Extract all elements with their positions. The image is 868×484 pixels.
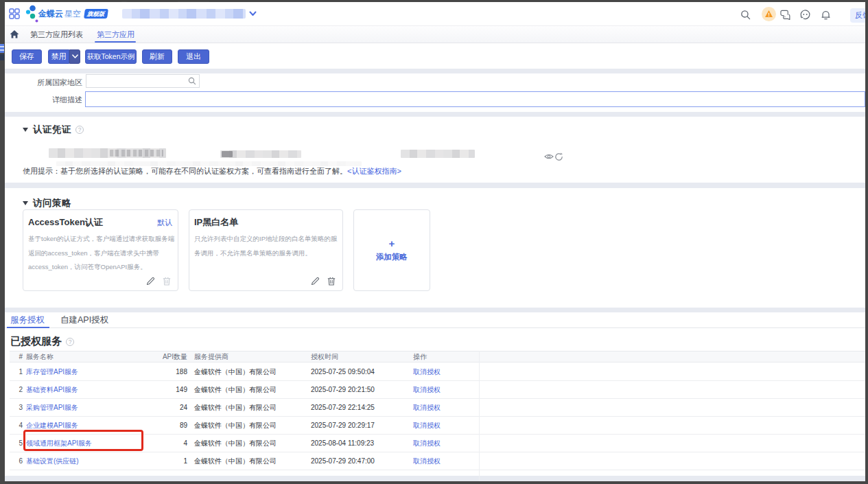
cancel-auth-link[interactable]: 取消授权	[413, 399, 441, 416]
exit-button[interactable]: 退出	[178, 49, 209, 64]
regenerate-icon[interactable]	[554, 152, 563, 161]
column-divider	[479, 351, 480, 481]
access-policy-panel: 访问策略 AccessToken认证 默认 基于token的认证方式，客户端通过…	[5, 188, 865, 308]
delete-trash-icon[interactable]	[327, 277, 336, 286]
service-auth-panel: 服务授权 自建API授权 已授权服务 ? # 服务名称 API数量 服务提供商 …	[5, 312, 865, 476]
action-toolbar: 保存 禁用 获取Token示例 刷新 退出	[5, 43, 865, 69]
page-body: 所属国家地区 详细描述 认证凭证 ?	[5, 69, 865, 481]
nav-tab-third-party-app[interactable]: 第三方应用	[97, 26, 134, 43]
service-name-link[interactable]: 采购管理API服务	[26, 399, 78, 416]
cancel-auth-link[interactable]: 取消授权	[413, 363, 441, 380]
bell-icon[interactable]	[821, 10, 831, 20]
authorized-services-table: # 服务名称 API数量 服务提供商 授权时间 操作 1 库存管理API服务 1…	[10, 351, 865, 474]
red-annotation-box	[23, 430, 143, 451]
help-icon[interactable]: ?	[75, 126, 84, 134]
service-tabs: 服务授权 自建API授权	[5, 312, 865, 328]
provider: 金蝶软件（中国）有限公司	[194, 381, 277, 398]
provider: 金蝶软件（中国）有限公司	[194, 417, 277, 434]
table-row: 3 采购管理API服务 24 金蝶软件（中国）有限公司 2025-07-29 2…	[10, 399, 865, 417]
auth-time: 2025-07-29 20:29:17	[311, 417, 375, 434]
form-panel: 所属国家地区 详细描述	[5, 73, 865, 112]
default-badge: 默认	[157, 218, 172, 228]
lookup-icon[interactable]	[188, 77, 196, 85]
add-policy-label: 添加策略	[376, 252, 408, 262]
country-region-input[interactable]	[86, 74, 200, 88]
auth-time: 2025-07-29 20:21:50	[311, 381, 375, 398]
redacted-credential-block	[56, 161, 362, 166]
redacted-credential-block	[220, 150, 301, 158]
description-field[interactable]	[89, 92, 712, 106]
edit-pencil-icon[interactable]	[146, 277, 155, 286]
api-count: 24	[133, 399, 187, 416]
home-icon[interactable]	[10, 30, 19, 39]
api-count: 188	[133, 363, 187, 380]
policy-section-title: 访问策略	[33, 197, 71, 209]
col-operation: 操作	[413, 352, 427, 362]
help-icon[interactable]: ?	[66, 338, 74, 346]
description-input[interactable]	[85, 91, 865, 107]
policy-card-title: AccessToken认证	[28, 216, 103, 229]
edit-pencil-icon[interactable]	[311, 277, 320, 286]
col-service-name: 服务名称	[26, 352, 54, 362]
country-region-label: 所属国家地区	[7, 78, 82, 88]
provider: 金蝶软件（中国）有限公司	[194, 363, 277, 380]
breadcrumb-nav: 第三方应用列表 第三方应用	[5, 26, 865, 43]
policy-card-description: 只允许列表中自定义的IP地址段的白名单策略的服务调用，不允许黑名单策略的服务调用…	[194, 232, 340, 260]
feedback-button[interactable]: 反馈	[850, 8, 865, 23]
search-icon[interactable]	[740, 10, 751, 20]
auth-time: 2025-07-29 22:14:25	[311, 399, 375, 416]
cancel-auth-link[interactable]: 取消授权	[413, 381, 441, 398]
save-button[interactable]: 保存	[12, 49, 42, 64]
screen-frame: 金蝶云 星空 旗舰版	[0, 0, 868, 484]
chat-icon[interactable]	[780, 10, 790, 20]
usage-tip: 使用提示：基于您所选择的认证策略，可能存在不同的认证鉴权方案，可查看指南进行全面…	[23, 166, 401, 176]
redacted-credential-block	[401, 150, 475, 158]
collapse-triangle-icon[interactable]	[23, 128, 28, 132]
row-index: 6	[16, 452, 23, 470]
authorized-services-title: 已授权服务	[10, 335, 62, 348]
country-region-field[interactable]	[89, 75, 179, 87]
auth-guide-link[interactable]: <认证鉴权指南>	[347, 167, 401, 175]
warning-badge[interactable]	[762, 7, 776, 21]
provider: 金蝶软件（中国）有限公司	[194, 452, 277, 470]
col-api-count: API数量	[133, 352, 187, 362]
cancel-auth-link[interactable]: 取消授权	[413, 435, 441, 452]
cancel-auth-link[interactable]: 取消授权	[413, 452, 441, 470]
disable-button[interactable]: 禁用	[48, 49, 69, 64]
refresh-button[interactable]: 刷新	[142, 49, 172, 64]
description-label: 详细描述	[7, 95, 82, 105]
redacted-credential-block	[49, 148, 166, 158]
app-grid-icon[interactable]	[9, 8, 20, 19]
disable-dropdown-button[interactable]	[69, 49, 80, 64]
service-name-link[interactable]: 库存管理API服务	[26, 363, 78, 380]
col-index: #	[16, 352, 23, 362]
table-row: 2 基础资料API服务 149 金蝶软件（中国）有限公司 2025-07-29 …	[10, 381, 865, 399]
plus-icon: +	[389, 238, 395, 249]
api-count: 1	[133, 452, 187, 470]
col-auth-time: 授权时间	[311, 352, 338, 362]
app-page: 金蝶云 星空 旗舰版	[5, 2, 865, 481]
auth-time: 2025-07-29 20:47:00	[311, 452, 375, 470]
smiley-icon[interactable]	[800, 10, 810, 20]
org-name-redacted[interactable]	[122, 9, 246, 19]
row-index: 2	[16, 381, 23, 398]
active-tab-underline	[95, 41, 136, 43]
logo-text: 金蝶云	[38, 8, 63, 20]
cancel-auth-link[interactable]: 取消授权	[413, 417, 441, 434]
tab-custom-api-auth[interactable]: 自建API授权	[60, 312, 108, 327]
chevron-down-icon[interactable]	[249, 11, 257, 16]
tab-service-auth[interactable]: 服务授权	[10, 312, 45, 327]
service-name-link[interactable]: 基础设置(供应链)	[26, 452, 79, 470]
get-token-example-button[interactable]: 获取Token示例	[85, 49, 137, 64]
show-secret-eye-icon[interactable]	[544, 152, 554, 161]
table-row: 6 基础设置(供应链) 1 金蝶软件（中国）有限公司 2025-07-29 20…	[10, 452, 865, 470]
collapse-triangle-icon[interactable]	[23, 201, 28, 205]
auth-time: 2025-08-04 11:09:23	[311, 435, 374, 452]
auth-time: 2025-07-25 09:50:04	[311, 363, 375, 380]
nav-tab-third-party-app-list[interactable]: 第三方应用列表	[30, 26, 83, 43]
delete-trash-icon[interactable]	[163, 277, 171, 286]
add-policy-card[interactable]: + 添加策略	[353, 209, 430, 291]
service-name-link[interactable]: 基础资料API服务	[26, 381, 78, 398]
policy-card-access-token[interactable]: AccessToken认证 默认 基于token的认证方式，客户端通过请求获取服…	[23, 209, 178, 291]
policy-card-ip-list[interactable]: IP黑白名单 只允许列表中自定义的IP地址段的白名单策略的服务调用，不允许黑名单…	[189, 209, 343, 291]
